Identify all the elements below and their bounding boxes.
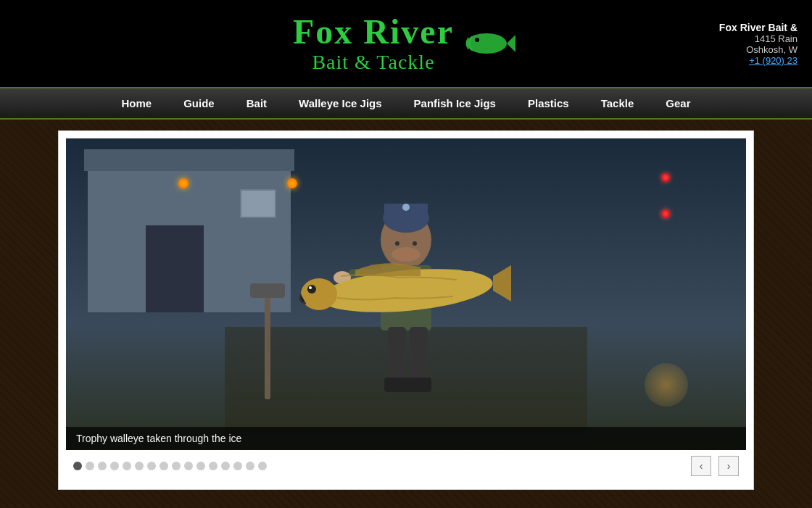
dot-14[interactable]	[233, 462, 242, 470]
dot-7[interactable]	[147, 462, 156, 470]
main-nav: Home Guide Bait Walleye Ice Jigs Panfish…	[0, 87, 812, 120]
light-orange-1	[178, 178, 188, 188]
dot-6[interactable]	[135, 462, 144, 470]
dot-13[interactable]	[221, 462, 230, 470]
address: 1415 Rain	[602, 33, 798, 44]
svg-point-17	[309, 286, 312, 289]
caption-text: Trophy walleye taken through the ice	[76, 433, 241, 444]
logo-line2: Bait & Tackle	[312, 51, 434, 73]
dot-8[interactable]	[160, 462, 168, 470]
svg-point-23	[413, 241, 417, 246]
dot-4[interactable]	[110, 462, 119, 470]
logo-line1: Fox River	[293, 13, 454, 51]
dot-12[interactable]	[209, 462, 218, 470]
lamp-glow	[645, 363, 688, 407]
nav-bait[interactable]: Bait	[231, 88, 283, 118]
next-slide-button[interactable]: ›	[718, 456, 739, 476]
svg-point-24	[392, 247, 420, 262]
dot-10[interactable]	[184, 462, 193, 470]
person-silhouette	[225, 182, 587, 436]
light-red-2	[661, 209, 670, 218]
nav-walleye-ice-jigs[interactable]: Walleye Ice Jigs	[283, 88, 398, 118]
svg-point-15	[301, 278, 337, 310]
svg-point-7	[402, 204, 410, 211]
svg-point-22	[395, 241, 399, 246]
main-wrapper: Trophy walleye taken through the ice	[0, 120, 812, 501]
phone-number[interactable]: +1 (920) 23	[602, 55, 798, 66]
prev-slide-button[interactable]: ‹	[691, 456, 711, 476]
business-name: Fox River Bait &	[602, 22, 798, 33]
svg-point-16	[307, 285, 316, 293]
svg-rect-20	[384, 378, 410, 392]
contact-info: Fox River Bait & 1415 Rain Oshkosh, W +1…	[602, 22, 798, 66]
svg-marker-14	[493, 265, 511, 301]
shed-roof	[84, 149, 294, 171]
nav-home[interactable]: Home	[106, 88, 168, 118]
svg-point-0	[466, 33, 507, 54]
content-area: Trophy walleye taken through the ice	[58, 130, 754, 490]
svg-rect-25	[265, 291, 270, 399]
nav-gear[interactable]: Gear	[650, 88, 706, 118]
dot-1[interactable]	[73, 462, 82, 470]
dot-11[interactable]	[196, 462, 205, 470]
dot-15[interactable]	[246, 462, 254, 470]
header: Fox River Bait & Tackle Fox River Bait &…	[0, 0, 812, 87]
svg-rect-18	[388, 327, 406, 385]
slide-background	[66, 138, 746, 450]
shed-door	[146, 225, 204, 312]
svg-rect-19	[410, 327, 428, 385]
dot-9[interactable]	[172, 462, 181, 470]
dot-2[interactable]	[86, 462, 94, 470]
dot-5[interactable]	[123, 462, 131, 470]
slide-dots	[73, 462, 267, 470]
slide-caption: Trophy walleye taken through the ice	[66, 427, 746, 450]
slideshow-nav-arrows: ‹ ›	[691, 456, 739, 476]
svg-marker-1	[507, 35, 515, 52]
logo-text: Fox River Bait & Tackle	[293, 13, 454, 74]
svg-rect-21	[406, 378, 431, 392]
svg-rect-26	[250, 283, 285, 298]
city: Oshkosh, W	[602, 44, 798, 55]
dot-3[interactable]	[98, 462, 107, 470]
nav-guide[interactable]: Guide	[167, 88, 231, 118]
svg-point-2	[475, 38, 479, 42]
nav-plastics[interactable]: Plastics	[512, 88, 585, 118]
logo-fish-icon	[461, 22, 519, 65]
nav-tackle[interactable]: Tackle	[585, 88, 650, 118]
light-red-1	[661, 173, 670, 182]
slideshow: Trophy walleye taken through the ice	[66, 138, 746, 482]
dot-16[interactable]	[258, 462, 267, 470]
logo-area: Fox River Bait & Tackle	[210, 13, 602, 74]
slideshow-controls: ‹ ›	[66, 450, 746, 482]
slide-image: Trophy walleye taken through the ice	[66, 138, 746, 450]
nav-panfish-ice-jigs[interactable]: Panfish Ice Jigs	[398, 88, 512, 118]
